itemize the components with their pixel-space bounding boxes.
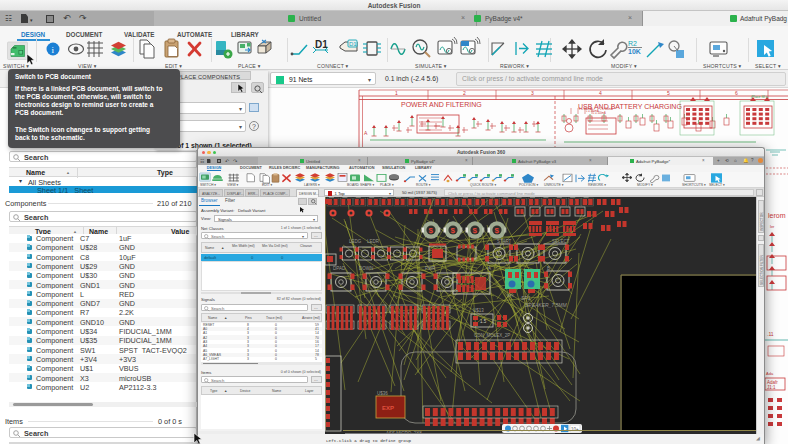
svg-text:USB AND BATTERY CHARGING: USB AND BATTERY CHARGING [578, 103, 682, 110]
svg-text:DPAD: DPAD [333, 266, 346, 271]
svg-text:1: 1 [395, 90, 398, 96]
svg-text:ler: ler [770, 224, 775, 229]
svg-text:SPEAKER_7.5MM: SPEAKER_7.5MM [525, 302, 568, 308]
svg-text:LEDG: LEDG [349, 239, 362, 244]
svg-text:4: 4 [599, 90, 602, 96]
svg-text:1.5: 1.5 [480, 319, 487, 324]
svg-text:jPlace fill a: jPlace fill a [750, 95, 768, 99]
svg-text:PWR: PWR [425, 266, 436, 271]
svg-text:POWER AND FILTERING: POWER AND FILTERING [401, 101, 482, 108]
svg-text:R2: R2 [628, 40, 637, 47]
svg-text:B: B [547, 266, 550, 271]
svg-text:D1: D1 [349, 41, 357, 47]
svg-text:LEDR: LEDR [367, 239, 380, 244]
svg-text:U$36: U$36 [377, 391, 388, 396]
svg-text:5: 5 [667, 90, 670, 96]
svg-text:$: $ [494, 226, 499, 235]
svg-text:3: 3 [531, 90, 534, 96]
svg-text:$: $ [450, 226, 455, 235]
svg-text:J1:1: J1:1 [767, 385, 776, 390]
svg-text:Ada: Ada [766, 371, 774, 376]
svg-text:START: START [497, 239, 512, 244]
svg-text:lerom: lerom [768, 212, 786, 219]
svg-text:A: A [488, 266, 491, 271]
svg-text:U$13: U$13 [473, 308, 484, 313]
svg-text:CON_MOLEX_2P: CON_MOLEX_2P [474, 333, 510, 338]
svg-text:DOWN: DOWN [359, 266, 373, 271]
svg-text:10K: 10K [628, 48, 641, 55]
svg-text:1 = 100mA: 1 = 100mA [593, 111, 606, 115]
svg-text:SP1: SP1 [521, 295, 531, 301]
svg-text:EXP: EXP [382, 405, 394, 411]
svg-text:$: $ [428, 226, 433, 235]
svg-text:.11: .11 [767, 331, 774, 337]
svg-text:$: $ [472, 226, 477, 235]
svg-text:2: 2 [463, 90, 466, 96]
svg-text:SPK: SPK [507, 294, 515, 298]
svg-text:SELECT: SELECT [552, 239, 570, 244]
svg-text:1 = 100mA: 1 = 100mA [600, 107, 613, 111]
svg-text:6: 6 [735, 90, 738, 96]
